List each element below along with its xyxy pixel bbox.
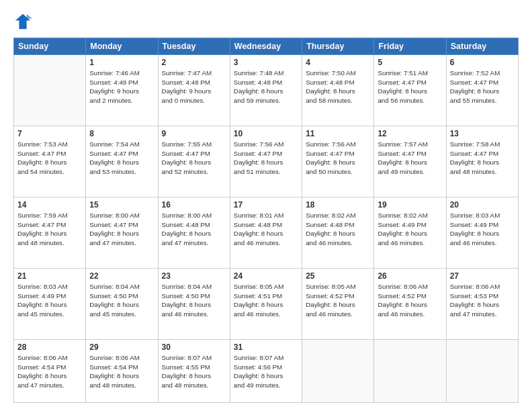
calendar-cell: 18Sunrise: 8:02 AM Sunset: 4:48 PM Dayli… [302,197,374,268]
calendar-cell: 20Sunrise: 8:03 AM Sunset: 4:49 PM Dayli… [446,197,518,268]
day-number: 10 [234,129,298,138]
calendar-cell: 2Sunrise: 7:47 AM Sunset: 4:48 PM Daylig… [158,55,230,126]
cell-info: Sunrise: 8:06 AM Sunset: 4:52 PM Dayligh… [378,282,442,319]
calendar-cell: 1Sunrise: 7:46 AM Sunset: 4:49 PM Daylig… [86,55,158,126]
day-number: 25 [306,271,370,281]
logo-icon [13,12,32,31]
cell-info: Sunrise: 7:53 AM Sunset: 4:47 PM Dayligh… [17,140,82,177]
cell-info: Sunrise: 7:50 AM Sunset: 4:48 PM Dayligh… [306,68,370,105]
cell-info: Sunrise: 8:00 AM Sunset: 4:47 PM Dayligh… [89,211,154,248]
svg-marker-1 [27,14,32,19]
day-number: 15 [89,200,154,210]
cell-info: Sunrise: 7:56 AM Sunset: 4:47 PM Dayligh… [234,140,298,177]
week-row-0: 1Sunrise: 7:46 AM Sunset: 4:49 PM Daylig… [14,55,519,126]
calendar-cell [14,55,86,126]
day-number: 9 [162,129,226,138]
cell-info: Sunrise: 7:54 AM Sunset: 4:47 PM Dayligh… [89,140,154,177]
day-number: 26 [378,271,442,281]
cell-info: Sunrise: 8:05 AM Sunset: 4:52 PM Dayligh… [306,282,370,319]
calendar-cell: 11Sunrise: 7:56 AM Sunset: 4:47 PM Dayli… [302,126,374,197]
calendar-cell: 24Sunrise: 8:05 AM Sunset: 4:51 PM Dayli… [230,268,302,339]
cell-info: Sunrise: 7:46 AM Sunset: 4:49 PM Dayligh… [89,68,154,105]
cell-info: Sunrise: 7:57 AM Sunset: 4:47 PM Dayligh… [378,140,442,177]
calendar-cell: 4Sunrise: 7:50 AM Sunset: 4:48 PM Daylig… [302,55,374,126]
day-number: 1 [89,58,154,67]
cell-info: Sunrise: 8:07 AM Sunset: 4:56 PM Dayligh… [234,353,298,390]
calendar-cell: 29Sunrise: 8:06 AM Sunset: 4:54 PM Dayli… [86,339,158,402]
day-number: 11 [306,129,370,138]
day-number: 27 [450,271,515,281]
week-row-3: 21Sunrise: 8:03 AM Sunset: 4:49 PM Dayli… [14,268,519,339]
cell-info: Sunrise: 8:05 AM Sunset: 4:51 PM Dayligh… [234,282,298,319]
calendar-body: 1Sunrise: 7:46 AM Sunset: 4:49 PM Daylig… [14,55,519,403]
calendar-cell: 31Sunrise: 8:07 AM Sunset: 4:56 PM Dayli… [230,339,302,402]
cell-info: Sunrise: 7:55 AM Sunset: 4:47 PM Dayligh… [162,140,226,177]
cell-info: Sunrise: 8:04 AM Sunset: 4:50 PM Dayligh… [89,282,154,319]
day-number: 12 [378,129,442,138]
cell-info: Sunrise: 7:51 AM Sunset: 4:47 PM Dayligh… [378,68,442,105]
cell-info: Sunrise: 8:07 AM Sunset: 4:55 PM Dayligh… [162,353,226,390]
cell-info: Sunrise: 8:06 AM Sunset: 4:53 PM Dayligh… [450,282,515,319]
day-header-friday: Friday [374,38,446,55]
cell-info: Sunrise: 8:03 AM Sunset: 4:49 PM Dayligh… [17,282,82,319]
cell-info: Sunrise: 8:00 AM Sunset: 4:48 PM Dayligh… [162,211,226,248]
day-header-sunday: Sunday [14,38,86,55]
day-number: 5 [378,58,442,67]
day-number: 8 [89,129,154,138]
day-number: 20 [450,200,515,210]
week-row-4: 28Sunrise: 8:06 AM Sunset: 4:54 PM Dayli… [14,339,519,402]
calendar-cell: 14Sunrise: 7:59 AM Sunset: 4:47 PM Dayli… [14,197,86,268]
cell-info: Sunrise: 8:04 AM Sunset: 4:50 PM Dayligh… [162,282,226,319]
cell-info: Sunrise: 7:58 AM Sunset: 4:47 PM Dayligh… [450,140,515,177]
day-number: 3 [234,58,298,67]
calendar-cell: 21Sunrise: 8:03 AM Sunset: 4:49 PM Dayli… [14,268,86,339]
week-row-1: 7Sunrise: 7:53 AM Sunset: 4:47 PM Daylig… [14,126,519,197]
calendar-cell [374,339,446,402]
day-number: 31 [234,342,298,352]
cell-info: Sunrise: 8:01 AM Sunset: 4:48 PM Dayligh… [234,211,298,248]
calendar-cell: 19Sunrise: 8:02 AM Sunset: 4:49 PM Dayli… [374,197,446,268]
calendar: SundayMondayTuesdayWednesdayThursdayFrid… [13,38,519,403]
day-number: 24 [234,271,298,281]
calendar-cell: 30Sunrise: 8:07 AM Sunset: 4:55 PM Dayli… [158,339,230,402]
day-header-monday: Monday [86,38,158,55]
calendar-cell: 5Sunrise: 7:51 AM Sunset: 4:47 PM Daylig… [374,55,446,126]
cell-info: Sunrise: 7:59 AM Sunset: 4:47 PM Dayligh… [17,211,82,248]
calendar-cell: 16Sunrise: 8:00 AM Sunset: 4:48 PM Dayli… [158,197,230,268]
page: SundayMondayTuesdayWednesdayThursdayFrid… [0,0,532,411]
day-number: 29 [89,342,154,352]
calendar-cell: 8Sunrise: 7:54 AM Sunset: 4:47 PM Daylig… [86,126,158,197]
day-number: 2 [162,58,226,67]
day-number: 13 [450,129,515,138]
cell-info: Sunrise: 8:06 AM Sunset: 4:54 PM Dayligh… [17,353,82,390]
calendar-cell: 12Sunrise: 7:57 AM Sunset: 4:47 PM Dayli… [374,126,446,197]
calendar-cell: 15Sunrise: 8:00 AM Sunset: 4:47 PM Dayli… [86,197,158,268]
calendar-header: SundayMondayTuesdayWednesdayThursdayFrid… [14,38,519,55]
day-header-wednesday: Wednesday [230,38,302,55]
day-header-row: SundayMondayTuesdayWednesdayThursdayFrid… [14,38,519,55]
calendar-cell: 3Sunrise: 7:48 AM Sunset: 4:48 PM Daylig… [230,55,302,126]
day-number: 17 [234,200,298,210]
day-number: 6 [450,58,515,67]
calendar-cell: 13Sunrise: 7:58 AM Sunset: 4:47 PM Dayli… [446,126,518,197]
calendar-cell: 28Sunrise: 8:06 AM Sunset: 4:54 PM Dayli… [14,339,86,402]
calendar-cell: 10Sunrise: 7:56 AM Sunset: 4:47 PM Dayli… [230,126,302,197]
cell-info: Sunrise: 7:48 AM Sunset: 4:48 PM Dayligh… [234,68,298,105]
cell-info: Sunrise: 8:02 AM Sunset: 4:49 PM Dayligh… [378,211,442,248]
day-number: 21 [17,271,82,281]
calendar-cell: 6Sunrise: 7:52 AM Sunset: 4:47 PM Daylig… [446,55,518,126]
calendar-cell: 22Sunrise: 8:04 AM Sunset: 4:50 PM Dayli… [86,268,158,339]
day-number: 23 [162,271,226,281]
week-row-2: 14Sunrise: 7:59 AM Sunset: 4:47 PM Dayli… [14,197,519,268]
day-header-thursday: Thursday [302,38,374,55]
day-number: 16 [162,200,226,210]
calendar-cell: 7Sunrise: 7:53 AM Sunset: 4:47 PM Daylig… [14,126,86,197]
calendar-cell: 17Sunrise: 8:01 AM Sunset: 4:48 PM Dayli… [230,197,302,268]
cell-info: Sunrise: 7:52 AM Sunset: 4:47 PM Dayligh… [450,68,515,105]
calendar-cell [446,339,518,402]
cell-info: Sunrise: 8:02 AM Sunset: 4:48 PM Dayligh… [306,211,370,248]
day-number: 30 [162,342,226,352]
day-number: 22 [89,271,154,281]
day-number: 7 [17,129,82,138]
cell-info: Sunrise: 8:06 AM Sunset: 4:54 PM Dayligh… [89,353,154,390]
